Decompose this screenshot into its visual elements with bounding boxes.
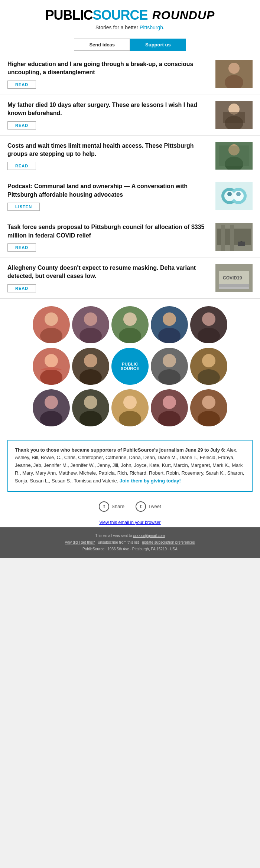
svg-text:COVID19: COVID19 [223, 275, 242, 281]
svg-point-61 [79, 411, 102, 426]
article-2-content: My father died 10 days after surgery. Th… [7, 101, 209, 130]
svg-point-63 [123, 396, 137, 409]
svg-rect-6 [223, 112, 245, 123]
article-2-read-button[interactable]: READ [7, 121, 36, 130]
footer-update-prefs-link[interactable]: update subscription preferences [142, 540, 195, 544]
article-6-image: COVID19 [215, 264, 253, 292]
article-5: Task force sends proposal to Pittsburgh … [0, 217, 260, 258]
photo-5-svg [190, 306, 227, 343]
photo-9 [190, 348, 227, 385]
photo-11-svg [72, 389, 109, 426]
article-6-title: Allegheny County doesn't expect to resum… [7, 264, 209, 281]
thank-you-intro-bold: Thank you to those who became supporters… [15, 447, 225, 453]
photo-14-svg [190, 389, 227, 426]
article-1-content: Higher education and I are going through… [7, 60, 209, 89]
footer-line3: PublicSource · 1936 5th Ave · Pittsburgh… [4, 546, 256, 553]
article-4: Podcast: Communal land and ownership — A… [0, 176, 260, 217]
svg-point-57 [45, 396, 58, 409]
photo-11 [72, 389, 109, 426]
svg-rect-21 [230, 225, 234, 251]
photo-3-svg [111, 306, 149, 343]
article-6-content: Allegheny County doesn't expect to resum… [7, 264, 209, 292]
svg-point-40 [158, 328, 181, 343]
tagline-post: . [163, 24, 165, 30]
photo-grid: PUBLIC SOURCE [0, 299, 260, 436]
svg-point-64 [119, 411, 141, 426]
browser-link[interactable]: View this email in your browser [99, 520, 160, 525]
article-3-read-button[interactable]: READ [7, 162, 36, 170]
svg-point-33 [84, 312, 97, 326]
footer-email-link[interactable]: xxxxxx@gmail.com [133, 534, 165, 538]
article-2: My father died 10 days after surgery. Th… [0, 95, 260, 136]
svg-point-67 [158, 411, 181, 426]
nav-buttons: Send ideas Support us [0, 39, 260, 51]
svg-point-17 [236, 192, 241, 196]
svg-point-34 [79, 328, 102, 343]
article-5-image [215, 223, 253, 251]
svg-point-30 [45, 312, 58, 326]
logo-roundup: ROUNDUP [152, 9, 215, 22]
svg-point-52 [158, 369, 181, 385]
svg-point-54 [202, 354, 215, 367]
photo-7 [72, 348, 109, 385]
photo-2-svg [72, 306, 109, 343]
article-6-read-button[interactable]: READ [7, 284, 36, 292]
social-share: f Share t Tweet [0, 495, 260, 518]
article-5-read-button[interactable]: READ [7, 243, 36, 252]
article-4-image [215, 182, 253, 210]
svg-point-45 [45, 354, 58, 367]
tweet-label: Tweet [148, 504, 161, 509]
article-4-content: Podcast: Communal land and ownership — A… [7, 182, 209, 211]
article-6: Allegheny County doesn't expect to resum… [0, 258, 260, 299]
photo-4 [151, 306, 188, 343]
tagline-pre: Stories for a better [95, 24, 140, 30]
footer: This email was sent to xxxxxx@gmail.com … [0, 527, 260, 558]
svg-point-49 [79, 369, 102, 385]
article-1-image [215, 60, 253, 88]
svg-point-46 [40, 369, 62, 385]
article-4-title: Podcast: Communal land and ownership — A… [7, 182, 209, 199]
svg-point-48 [84, 354, 97, 367]
article-1-img-svg [215, 60, 253, 88]
send-ideas-button[interactable]: Send ideas [74, 39, 130, 51]
photo-13-svg [151, 389, 188, 426]
photo-12 [111, 389, 149, 426]
article-2-image [215, 101, 253, 129]
article-1-title: Higher education and I are going through… [7, 60, 209, 77]
article-1-read-button[interactable]: READ [7, 81, 36, 89]
footer-why-link[interactable]: why did I get this? [65, 540, 95, 544]
tweet-link[interactable]: t Tweet [136, 501, 161, 512]
photo-13 [151, 389, 188, 426]
article-3-image [215, 142, 253, 170]
header: PUBLICSOURCE ROUNDUP Stories for a bette… [0, 0, 260, 34]
article-1: Higher education and I are going through… [0, 54, 260, 95]
article-3: Costs and wait times limit mental health… [0, 136, 260, 177]
svg-point-42 [202, 312, 215, 326]
support-us-button[interactable]: Support us [130, 39, 186, 51]
svg-rect-23 [238, 242, 245, 246]
svg-point-58 [40, 411, 62, 426]
article-2-img-svg [215, 101, 253, 129]
photo-5 [190, 306, 227, 343]
svg-rect-27 [219, 284, 249, 287]
svg-point-16 [227, 192, 232, 196]
article-3-img-svg [215, 142, 253, 170]
svg-point-39 [163, 312, 176, 326]
article-5-title: Task force sends proposal to Pittsburgh … [7, 223, 209, 240]
photo-14 [190, 389, 227, 426]
article-6-img-svg: COVID19 [215, 264, 253, 292]
thank-you-cta-link[interactable]: Join them by giving today! [120, 478, 181, 484]
svg-point-36 [123, 312, 137, 326]
article-4-listen-button[interactable]: LISTEN [7, 203, 40, 211]
svg-rect-10 [219, 145, 249, 166]
svg-point-1 [228, 63, 240, 74]
thank-you-box: Thank you to those who became supporters… [7, 440, 253, 492]
svg-point-70 [198, 411, 220, 426]
logo-source: SOURCE [93, 7, 148, 23]
share-label: Share [111, 504, 124, 509]
photo-grid-row-1 [33, 306, 227, 343]
svg-point-66 [163, 396, 176, 409]
photo-9-svg [190, 348, 227, 385]
share-link[interactable]: f Share [99, 501, 124, 512]
logo-circle-text-2: SOURCE [121, 366, 139, 371]
